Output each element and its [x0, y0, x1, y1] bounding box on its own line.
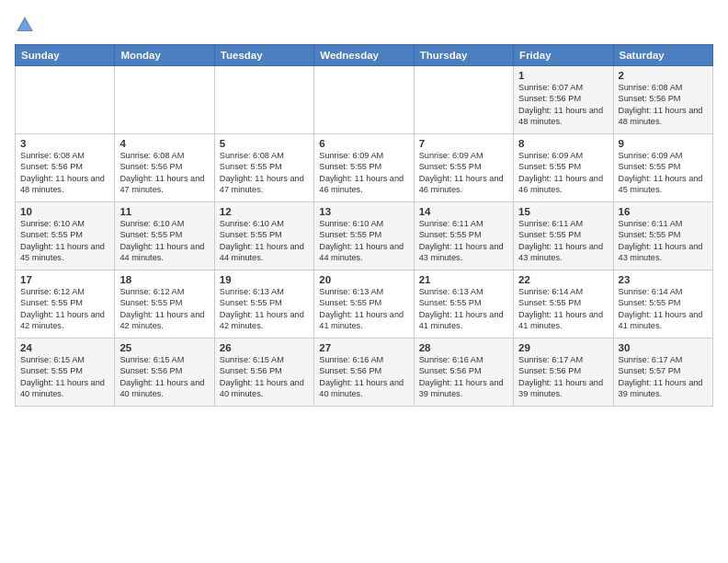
- day-number: 1: [518, 70, 608, 81]
- calendar-cell: [314, 66, 414, 134]
- day-info: Sunrise: 6:10 AMSunset: 5:55 PMDaylight:…: [319, 218, 408, 264]
- day-info: Sunrise: 6:15 AMSunset: 5:56 PMDaylight:…: [119, 354, 209, 400]
- calendar-header-monday: Monday: [115, 45, 214, 66]
- calendar-week-1: 3Sunrise: 6:08 AMSunset: 5:56 PMDaylight…: [16, 134, 713, 202]
- logo-icon: [15, 15, 35, 35]
- day-number: 22: [518, 274, 608, 285]
- calendar-cell: [414, 66, 513, 134]
- day-info: Sunrise: 6:09 AMSunset: 5:55 PMDaylight:…: [518, 150, 608, 196]
- day-info: Sunrise: 6:13 AMSunset: 5:55 PMDaylight:…: [419, 286, 508, 332]
- calendar-cell: 4Sunrise: 6:08 AMSunset: 5:56 PMDaylight…: [115, 134, 214, 202]
- day-info: Sunrise: 6:07 AMSunset: 5:56 PMDaylight:…: [518, 82, 608, 128]
- calendar-cell: 29Sunrise: 6:17 AMSunset: 5:56 PMDayligh…: [514, 339, 613, 407]
- day-number: 24: [20, 342, 109, 353]
- day-info: Sunrise: 6:11 AMSunset: 5:55 PMDaylight:…: [518, 218, 608, 264]
- day-info: Sunrise: 6:09 AMSunset: 5:55 PMDaylight:…: [419, 150, 508, 196]
- calendar-cell: 26Sunrise: 6:15 AMSunset: 5:56 PMDayligh…: [214, 339, 313, 407]
- calendar-cell: 5Sunrise: 6:08 AMSunset: 5:55 PMDaylight…: [214, 134, 313, 202]
- day-info: Sunrise: 6:15 AMSunset: 5:56 PMDaylight:…: [220, 354, 309, 400]
- day-info: Sunrise: 6:17 AMSunset: 5:57 PMDaylight:…: [619, 354, 708, 400]
- calendar-cell: 30Sunrise: 6:17 AMSunset: 5:57 PMDayligh…: [613, 339, 712, 407]
- day-number: 30: [619, 342, 708, 353]
- day-info: Sunrise: 6:08 AMSunset: 5:56 PMDaylight:…: [619, 82, 708, 128]
- day-number: 19: [220, 274, 309, 285]
- day-info: Sunrise: 6:11 AMSunset: 5:55 PMDaylight:…: [619, 218, 708, 264]
- day-info: Sunrise: 6:08 AMSunset: 5:55 PMDaylight:…: [220, 150, 309, 196]
- calendar-header-saturday: Saturday: [613, 45, 712, 66]
- calendar-cell: 21Sunrise: 6:13 AMSunset: 5:55 PMDayligh…: [414, 270, 513, 339]
- calendar-cell: 27Sunrise: 6:16 AMSunset: 5:56 PMDayligh…: [314, 339, 414, 407]
- day-info: Sunrise: 6:08 AMSunset: 5:56 PMDaylight:…: [119, 150, 209, 196]
- calendar-cell: 2Sunrise: 6:08 AMSunset: 5:56 PMDaylight…: [613, 66, 712, 134]
- day-info: Sunrise: 6:12 AMSunset: 5:55 PMDaylight:…: [20, 286, 109, 332]
- day-number: 3: [20, 138, 109, 149]
- day-info: Sunrise: 6:16 AMSunset: 5:56 PMDaylight:…: [319, 354, 408, 400]
- day-number: 9: [619, 138, 708, 149]
- calendar-cell: 22Sunrise: 6:14 AMSunset: 5:55 PMDayligh…: [514, 270, 613, 339]
- calendar-cell: 17Sunrise: 6:12 AMSunset: 5:55 PMDayligh…: [16, 270, 115, 339]
- calendar-cell: [115, 66, 214, 134]
- calendar-cell: 20Sunrise: 6:13 AMSunset: 5:55 PMDayligh…: [314, 270, 414, 339]
- day-number: 7: [419, 138, 508, 149]
- calendar-header-thursday: Thursday: [414, 45, 513, 66]
- day-number: 25: [119, 342, 209, 353]
- day-info: Sunrise: 6:10 AMSunset: 5:55 PMDaylight:…: [220, 218, 309, 264]
- calendar-cell: 12Sunrise: 6:10 AMSunset: 5:55 PMDayligh…: [214, 202, 313, 270]
- calendar-table: SundayMondayTuesdayWednesdayThursdayFrid…: [15, 44, 713, 407]
- day-info: Sunrise: 6:15 AMSunset: 5:55 PMDaylight:…: [20, 354, 109, 400]
- calendar-week-4: 24Sunrise: 6:15 AMSunset: 5:55 PMDayligh…: [16, 339, 713, 407]
- calendar-cell: 3Sunrise: 6:08 AMSunset: 5:56 PMDaylight…: [16, 134, 115, 202]
- page: SundayMondayTuesdayWednesdayThursdayFrid…: [0, 0, 728, 563]
- day-number: 23: [619, 274, 708, 285]
- day-info: Sunrise: 6:08 AMSunset: 5:56 PMDaylight:…: [20, 150, 109, 196]
- calendar-cell: 1Sunrise: 6:07 AMSunset: 5:56 PMDaylight…: [514, 66, 613, 134]
- day-number: 2: [619, 70, 708, 81]
- calendar-cell: 15Sunrise: 6:11 AMSunset: 5:55 PMDayligh…: [514, 202, 613, 270]
- day-info: Sunrise: 6:10 AMSunset: 5:55 PMDaylight:…: [119, 218, 209, 264]
- day-number: 6: [319, 138, 408, 149]
- day-number: 10: [20, 206, 109, 217]
- day-info: Sunrise: 6:16 AMSunset: 5:56 PMDaylight:…: [419, 354, 508, 400]
- calendar-week-3: 17Sunrise: 6:12 AMSunset: 5:55 PMDayligh…: [16, 270, 713, 339]
- logo: [15, 15, 39, 35]
- day-info: Sunrise: 6:13 AMSunset: 5:55 PMDaylight:…: [319, 286, 408, 332]
- calendar-cell: 14Sunrise: 6:11 AMSunset: 5:55 PMDayligh…: [414, 202, 513, 270]
- day-number: 27: [319, 342, 408, 353]
- header: [15, 15, 713, 35]
- calendar-week-2: 10Sunrise: 6:10 AMSunset: 5:55 PMDayligh…: [16, 202, 713, 270]
- day-number: 13: [319, 206, 408, 217]
- day-info: Sunrise: 6:14 AMSunset: 5:55 PMDaylight:…: [518, 286, 608, 332]
- day-info: Sunrise: 6:17 AMSunset: 5:56 PMDaylight:…: [518, 354, 608, 400]
- day-number: 18: [119, 274, 209, 285]
- day-info: Sunrise: 6:09 AMSunset: 5:55 PMDaylight:…: [619, 150, 708, 196]
- day-number: 4: [119, 138, 209, 149]
- day-info: Sunrise: 6:12 AMSunset: 5:55 PMDaylight:…: [119, 286, 209, 332]
- day-number: 21: [419, 274, 508, 285]
- calendar-cell: 16Sunrise: 6:11 AMSunset: 5:55 PMDayligh…: [613, 202, 712, 270]
- day-number: 5: [220, 138, 309, 149]
- calendar-cell: 8Sunrise: 6:09 AMSunset: 5:55 PMDaylight…: [514, 134, 613, 202]
- calendar-cell: 7Sunrise: 6:09 AMSunset: 5:55 PMDaylight…: [414, 134, 513, 202]
- day-info: Sunrise: 6:09 AMSunset: 5:55 PMDaylight:…: [319, 150, 408, 196]
- day-number: 20: [319, 274, 408, 285]
- calendar-cell: 10Sunrise: 6:10 AMSunset: 5:55 PMDayligh…: [16, 202, 115, 270]
- calendar-cell: 23Sunrise: 6:14 AMSunset: 5:55 PMDayligh…: [613, 270, 712, 339]
- day-info: Sunrise: 6:10 AMSunset: 5:55 PMDaylight:…: [20, 218, 109, 264]
- calendar-cell: 28Sunrise: 6:16 AMSunset: 5:56 PMDayligh…: [414, 339, 513, 407]
- calendar-cell: 24Sunrise: 6:15 AMSunset: 5:55 PMDayligh…: [16, 339, 115, 407]
- calendar-cell: [214, 66, 313, 134]
- calendar-header-sunday: Sunday: [16, 45, 115, 66]
- calendar-cell: 11Sunrise: 6:10 AMSunset: 5:55 PMDayligh…: [115, 202, 214, 270]
- calendar-header-friday: Friday: [514, 45, 613, 66]
- calendar-cell: 9Sunrise: 6:09 AMSunset: 5:55 PMDaylight…: [613, 134, 712, 202]
- calendar-header-tuesday: Tuesday: [214, 45, 313, 66]
- calendar-header-wednesday: Wednesday: [314, 45, 414, 66]
- day-info: Sunrise: 6:13 AMSunset: 5:55 PMDaylight:…: [220, 286, 309, 332]
- calendar-week-0: 1Sunrise: 6:07 AMSunset: 5:56 PMDaylight…: [16, 66, 713, 134]
- day-number: 12: [220, 206, 309, 217]
- calendar-cell: 13Sunrise: 6:10 AMSunset: 5:55 PMDayligh…: [314, 202, 414, 270]
- calendar-header-row: SundayMondayTuesdayWednesdayThursdayFrid…: [16, 45, 713, 66]
- day-number: 14: [419, 206, 508, 217]
- calendar-cell: 25Sunrise: 6:15 AMSunset: 5:56 PMDayligh…: [115, 339, 214, 407]
- day-number: 26: [220, 342, 309, 353]
